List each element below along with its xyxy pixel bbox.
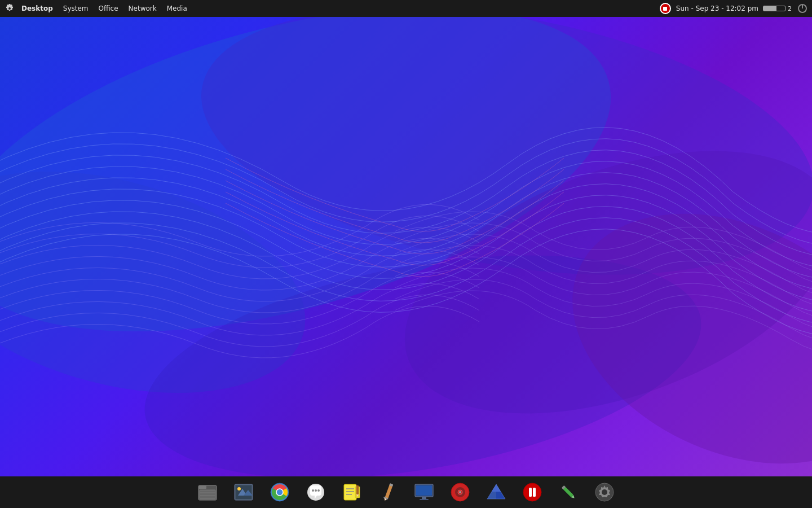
svg-point-21 (276, 489, 283, 496)
taskbar-item-browser[interactable] (266, 479, 293, 506)
green-pencil-icon (558, 482, 579, 502)
menu-item-desktop[interactable]: Desktop (17, 3, 58, 14)
chat-icon (306, 482, 326, 502)
desktop (0, 0, 812, 508)
taskbar-item-green-pencil[interactable] (555, 479, 582, 506)
battery-label: 2 (788, 5, 792, 12)
media-player-icon (522, 482, 542, 502)
taskbar-item-pyramid[interactable] (483, 479, 510, 506)
svg-rect-26 (344, 484, 356, 500)
svg-rect-31 (356, 485, 359, 494)
svg-point-23 (312, 489, 314, 492)
svg-rect-52 (529, 488, 532, 497)
taskbar-item-chat[interactable] (302, 479, 329, 506)
pencil-icon (378, 482, 398, 502)
media-stop-button[interactable] (659, 2, 672, 15)
svg-point-44 (459, 491, 461, 493)
taskbar-item-disk[interactable] (447, 479, 474, 506)
menu-item-media[interactable]: Media (162, 3, 192, 14)
svg-rect-10 (200, 490, 215, 499)
menu-item-office[interactable]: Office (94, 3, 123, 14)
svg-rect-40 (420, 499, 429, 500)
svg-rect-39 (422, 497, 426, 499)
panel-clock: Sun - Sep 23 - 12:02 pm (676, 5, 758, 12)
top-panel: Desktop System Office Network Media Sun … (0, 0, 812, 17)
taskbar-item-image-viewer[interactable] (230, 479, 257, 506)
taskbar-item-media-player[interactable] (519, 479, 546, 506)
bottom-taskbar (0, 476, 812, 508)
svg-point-51 (523, 483, 541, 501)
taskbar-item-file-manager[interactable] (194, 479, 221, 506)
disk-icon (450, 482, 470, 502)
svg-rect-38 (416, 485, 432, 496)
display-icon (414, 482, 434, 502)
svg-point-24 (315, 489, 317, 492)
menu-item-system[interactable]: System (59, 3, 93, 14)
desktop-wallpaper (0, 0, 812, 508)
svg-marker-47 (492, 484, 501, 492)
media-stop-icon (660, 3, 671, 14)
file-manager-icon (197, 482, 218, 502)
menu-item-network[interactable]: Network (124, 3, 161, 14)
pyramid-icon (486, 482, 506, 502)
panel-right: Sun - Sep 23 - 12:02 pm 2 (659, 2, 809, 15)
power-button[interactable] (796, 2, 809, 15)
svg-rect-9 (198, 485, 206, 489)
svg-point-17 (237, 487, 241, 491)
browser-icon (270, 482, 290, 502)
taskbar-item-settings[interactable] (591, 479, 618, 506)
taskbar-item-display[interactable] (411, 479, 438, 506)
image-viewer-icon (233, 482, 254, 502)
svg-point-25 (317, 489, 320, 492)
svg-point-58 (602, 489, 607, 495)
gear-icon[interactable] (3, 2, 16, 15)
panel-left: Desktop System Office Network Media (3, 2, 659, 15)
battery-indicator: 2 (763, 5, 792, 12)
taskbar-item-pencil[interactable] (374, 479, 401, 506)
settings-icon (594, 482, 615, 502)
battery-bar (763, 6, 785, 11)
taskbar-item-notes[interactable] (338, 479, 365, 506)
svg-rect-53 (533, 488, 536, 497)
notes-icon (342, 482, 362, 502)
svg-rect-18 (236, 497, 251, 499)
